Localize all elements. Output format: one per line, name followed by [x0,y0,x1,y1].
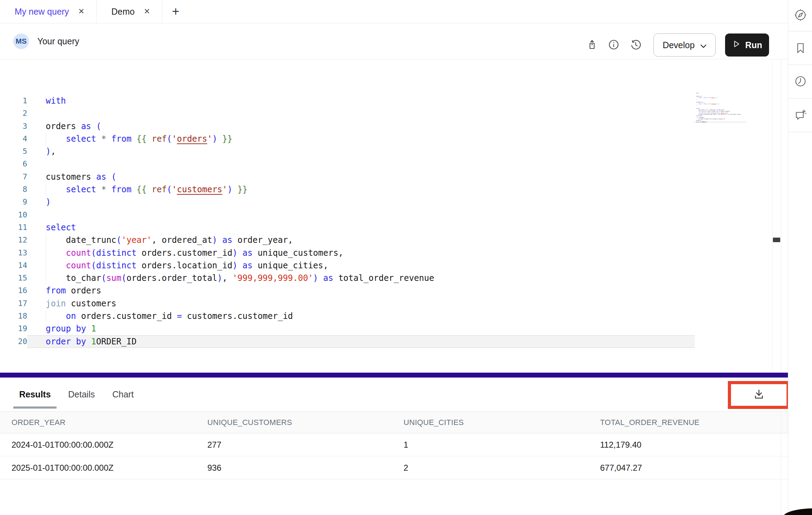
bookmarks-button[interactable] [793,41,807,55]
line-number: 3 [0,120,27,133]
sidebar-divider [788,132,812,132]
code-line: 15 to_char(sum(orders.order_total), '999… [0,272,695,284]
tab-label: Demo [111,7,135,17]
line-content: from orders [27,284,695,297]
code-line: 18 on orders.customer_id = customers.cus… [0,310,695,322]
line-content [27,209,695,221]
line-content: orders as ( [27,120,695,133]
table-row: 2025-01-01T00:00:00.000Z9362677,047.27 [0,456,788,479]
code-line: 11select [0,221,695,234]
line-content [27,158,695,170]
download-results-button[interactable] [751,387,767,403]
minimap-code: 1with23orders as (4 select * from {{ ref… [694,92,746,123]
code-line: 3orders as ( [0,120,695,133]
develop-label: Develop [663,40,695,50]
results-table-header: ORDER_YEARUNIQUE_CUSTOMERSUNIQUE_CITIEST… [0,412,788,433]
line-number: 11 [0,221,27,234]
line-number: 13 [0,247,27,259]
line-content: group by 1 [27,322,695,335]
develop-dropdown[interactable]: Develop [654,33,716,57]
right-sidebar [788,0,812,515]
history-icon [629,46,642,52]
code-line: 8 select * from {{ ref('customers') }} [0,183,695,196]
line-content [27,107,695,120]
info-button[interactable] [607,38,620,51]
line-content: on orders.customer_id = customers.custom… [27,310,695,322]
tab-bar: My new query✕Demo✕ + [0,0,788,23]
chevron-down-icon [700,40,707,50]
line-number: 4 [0,133,27,145]
line-number: 19 [0,322,27,335]
code-line: 20order by 1ORDER_ID [0,335,695,348]
page-title: Your query [37,36,79,46]
new-tab-button[interactable]: + [162,0,189,23]
table-cell: 2024-01-01T00:00:00.000Z [0,440,196,450]
line-content: join customers [27,297,695,310]
share-button[interactable] [586,38,598,51]
line-number: 9 [0,196,27,208]
history-sidebar-button[interactable] [793,74,807,88]
minimap[interactable]: 1with23orders as (4 select * from {{ ref… [694,92,746,126]
code-area[interactable]: 1with23orders as (4 select * from {{ ref… [0,95,695,348]
line-number: 16 [0,284,27,297]
column-header: TOTAL_ORDER_REVENUE [589,418,788,427]
info-icon [607,46,620,52]
avatar[interactable]: MS [13,33,29,49]
code-line: 9) [0,196,695,208]
results-tab-details[interactable]: Details [62,378,101,411]
line-number: 20 [0,335,27,348]
code-line: 2 [0,107,695,120]
line-number: 10 [0,209,27,221]
run-label: Run [745,40,762,50]
sql-editor[interactable]: 1with23orders as (4 select * from {{ ref… [0,59,788,373]
code-line: 5), [0,145,695,158]
code-line: 6 [0,158,695,170]
editor-tab[interactable]: My new query✕ [0,0,97,23]
line-content: with [27,95,695,107]
results-tabs: ResultsDetailsChart [13,378,140,411]
code-line: 16from orders [0,284,695,297]
ai-assistant-button[interactable] [793,108,807,122]
code-line: 7customers as ( [0,171,695,183]
compass-icon [793,17,807,23]
line-number: 7 [0,171,27,183]
bookmark-icon [793,50,807,56]
plus-icon: + [172,4,179,19]
panel-splitter[interactable] [0,373,788,378]
editor-scroll-track-right-border [781,59,781,373]
results-tab-bar: ResultsDetailsChart [0,378,788,412]
tab-bar-tabs: My new query✕Demo✕ [0,0,162,23]
share-icon [586,46,598,52]
table-cell: 112,179.40 [589,440,788,450]
results-tab-results[interactable]: Results [13,378,57,411]
line-content: order by 1ORDER_ID [694,121,746,123]
line-number: 5 [0,145,27,158]
line-number: 17 [0,297,27,310]
editor-scrollbar-thumb[interactable] [773,238,780,242]
code-line: 20order by 1ORDER_ID [694,121,746,123]
line-number: 2 [0,107,27,120]
line-content: count(distinct orders.customer_id) as un… [27,247,695,259]
run-button[interactable]: Run [725,33,769,57]
editor-scroll-track-left-border [772,59,773,373]
table-cell: 277 [196,440,392,450]
editor-tab[interactable]: Demo✕ [97,0,162,23]
table-cell: 1 [392,440,589,450]
line-content: customers as ( [27,171,695,183]
line-content: ) [27,196,695,208]
line-content: select * from {{ ref('orders') }} [27,133,695,145]
table-cell: 936 [196,463,392,473]
results-tab-chart[interactable]: Chart [106,378,140,411]
code-line: 19group by 1 [0,322,695,335]
download-icon [753,388,765,402]
results-right-border [781,412,781,515]
close-icon[interactable]: ✕ [78,7,84,16]
code-line: 1with [0,95,695,107]
sidebar-divider [788,31,812,31]
line-number: 12 [0,234,27,246]
explore-button[interactable] [793,8,807,22]
line-content: ), [27,145,695,158]
close-icon[interactable]: ✕ [144,7,150,16]
code-line: 10 [0,209,695,221]
query-history-button[interactable] [629,38,642,51]
